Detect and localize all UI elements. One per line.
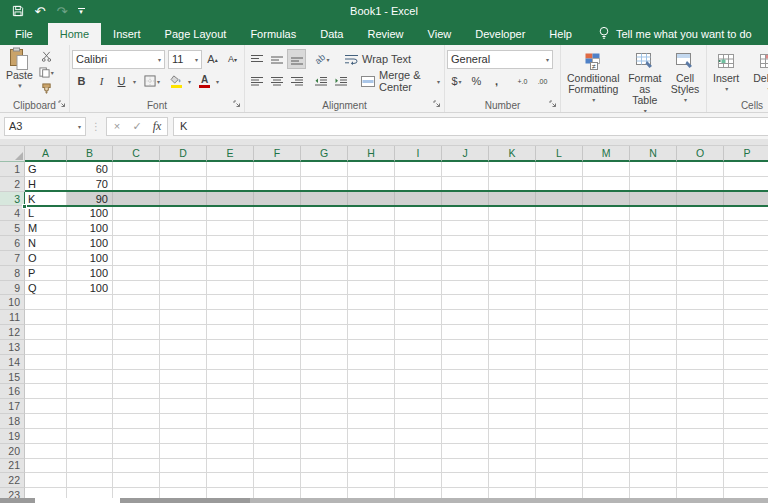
cell-O21[interactable] bbox=[677, 459, 724, 474]
clipboard-dialog-launcher-icon[interactable] bbox=[58, 100, 66, 108]
cell-L22[interactable] bbox=[536, 473, 583, 488]
cell-B5[interactable]: 100 bbox=[67, 221, 113, 236]
cell-J11[interactable] bbox=[442, 310, 489, 325]
cell-P16[interactable] bbox=[724, 384, 768, 399]
wrap-text-button[interactable]: Wrap Text bbox=[343, 49, 413, 69]
cell-D2[interactable] bbox=[160, 177, 207, 192]
cell-C12[interactable] bbox=[113, 325, 160, 340]
cell-D5[interactable] bbox=[160, 221, 207, 236]
cell-L12[interactable] bbox=[536, 325, 583, 340]
cell-L5[interactable] bbox=[536, 221, 583, 236]
cell-L11[interactable] bbox=[536, 310, 583, 325]
cell-C10[interactable] bbox=[113, 295, 160, 310]
cell-G20[interactable] bbox=[301, 444, 348, 459]
decrease-font-size-button[interactable]: A▾ bbox=[223, 49, 242, 69]
number-dialog-launcher-icon[interactable] bbox=[549, 100, 557, 108]
cell-F19[interactable] bbox=[254, 429, 301, 444]
cell-F18[interactable] bbox=[254, 414, 301, 429]
cell-K16[interactable] bbox=[489, 384, 536, 399]
cell-H12[interactable] bbox=[348, 325, 395, 340]
cell-B2[interactable]: 70 bbox=[67, 177, 113, 192]
cell-N17[interactable] bbox=[630, 399, 677, 414]
cell-N10[interactable] bbox=[630, 295, 677, 310]
cell-N14[interactable] bbox=[630, 355, 677, 370]
tab-page-layout[interactable]: Page Layout bbox=[153, 23, 239, 45]
cell-F4[interactable] bbox=[254, 206, 301, 221]
cell-O22[interactable] bbox=[677, 473, 724, 488]
cell-N21[interactable] bbox=[630, 459, 677, 474]
name-box[interactable]: A3 ▾ bbox=[4, 117, 86, 136]
cell-P21[interactable] bbox=[724, 459, 768, 474]
cell-B8[interactable]: 100 bbox=[67, 266, 113, 281]
cell-N19[interactable] bbox=[630, 429, 677, 444]
cell-O11[interactable] bbox=[677, 310, 724, 325]
cell-G18[interactable] bbox=[301, 414, 348, 429]
undo-icon[interactable]: ↶ bbox=[30, 2, 50, 20]
cell-O1[interactable] bbox=[677, 162, 724, 177]
decrease-decimal-button[interactable]: .00 bbox=[533, 71, 552, 91]
cell-C22[interactable] bbox=[113, 473, 160, 488]
cell-B16[interactable] bbox=[67, 384, 113, 399]
cell-I6[interactable] bbox=[395, 236, 442, 251]
cell-N22[interactable] bbox=[630, 473, 677, 488]
cell-F21[interactable] bbox=[254, 459, 301, 474]
cell-A15[interactable] bbox=[25, 370, 67, 385]
cell-P1[interactable] bbox=[724, 162, 768, 177]
cell-L1[interactable] bbox=[536, 162, 583, 177]
cell-G2[interactable] bbox=[301, 177, 348, 192]
cell-N12[interactable] bbox=[630, 325, 677, 340]
cell-I13[interactable] bbox=[395, 340, 442, 355]
cell-P12[interactable] bbox=[724, 325, 768, 340]
cell-F12[interactable] bbox=[254, 325, 301, 340]
cell-E16[interactable] bbox=[207, 384, 254, 399]
cell-H5[interactable] bbox=[348, 221, 395, 236]
increase-decimal-button[interactable]: +.0 bbox=[513, 71, 532, 91]
row-header-20[interactable]: 20 bbox=[0, 444, 25, 459]
cell-D21[interactable] bbox=[160, 459, 207, 474]
save-icon[interactable] bbox=[8, 2, 28, 20]
cell-F11[interactable] bbox=[254, 310, 301, 325]
cell-P13[interactable] bbox=[724, 340, 768, 355]
cell-B19[interactable] bbox=[67, 429, 113, 444]
cell-H21[interactable] bbox=[348, 459, 395, 474]
cell-F6[interactable] bbox=[254, 236, 301, 251]
cell-A20[interactable] bbox=[25, 444, 67, 459]
cell-I10[interactable] bbox=[395, 295, 442, 310]
cell-B11[interactable] bbox=[67, 310, 113, 325]
cell-J21[interactable] bbox=[442, 459, 489, 474]
cell-H8[interactable] bbox=[348, 266, 395, 281]
orientation-icon[interactable]: ab▾ bbox=[313, 49, 332, 69]
cell-J13[interactable] bbox=[442, 340, 489, 355]
cell-D14[interactable] bbox=[160, 355, 207, 370]
cell-P6[interactable] bbox=[724, 236, 768, 251]
cell-B22[interactable] bbox=[67, 473, 113, 488]
cell-L8[interactable] bbox=[536, 266, 583, 281]
row-header-11[interactable]: 11 bbox=[0, 310, 25, 325]
cell-H14[interactable] bbox=[348, 355, 395, 370]
cell-I5[interactable] bbox=[395, 221, 442, 236]
customize-quick-access-icon[interactable]: ▾ bbox=[74, 8, 88, 14]
column-header-K[interactable]: K bbox=[489, 146, 536, 162]
cell-C5[interactable] bbox=[113, 221, 160, 236]
top-align-icon[interactable] bbox=[247, 49, 266, 69]
cell-A18[interactable] bbox=[25, 414, 67, 429]
cell-I14[interactable] bbox=[395, 355, 442, 370]
font-color-icon[interactable]: A bbox=[195, 71, 214, 91]
cell-K11[interactable] bbox=[489, 310, 536, 325]
cell-E12[interactable] bbox=[207, 325, 254, 340]
cell-N15[interactable] bbox=[630, 370, 677, 385]
cell-E17[interactable] bbox=[207, 399, 254, 414]
delete-cells-button[interactable]: Delete ▾ bbox=[749, 48, 768, 98]
cell-J8[interactable] bbox=[442, 266, 489, 281]
cell-C11[interactable] bbox=[113, 310, 160, 325]
cell-C13[interactable] bbox=[113, 340, 160, 355]
cell-K6[interactable] bbox=[489, 236, 536, 251]
underline-caret-icon[interactable]: ▾ bbox=[133, 78, 136, 85]
paste-button[interactable]: Paste ▼ bbox=[2, 48, 37, 98]
align-left-icon[interactable] bbox=[247, 71, 266, 91]
cell-E1[interactable] bbox=[207, 162, 254, 177]
cell-K13[interactable] bbox=[489, 340, 536, 355]
cell-J10[interactable] bbox=[442, 295, 489, 310]
cell-E14[interactable] bbox=[207, 355, 254, 370]
cell-D13[interactable] bbox=[160, 340, 207, 355]
